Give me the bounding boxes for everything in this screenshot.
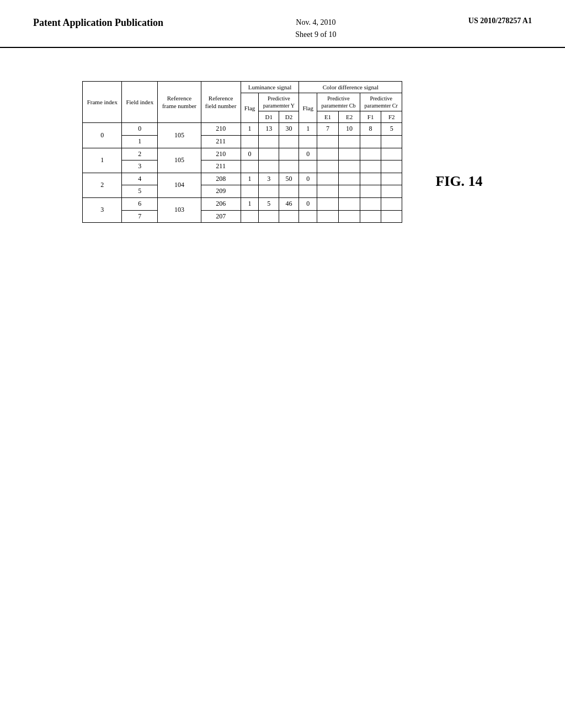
lum-flag-row2: 0 (241, 148, 259, 160)
field-4: 4 (122, 173, 158, 185)
color-flag-row3 (299, 160, 317, 173)
lum-flag-row1 (241, 135, 259, 148)
color-e2-row3 (339, 160, 360, 173)
color-e2-row4 (339, 173, 360, 185)
field-7: 7 (122, 210, 158, 223)
table-row: 1 211 (83, 135, 402, 148)
color-e2-header: E2 (339, 111, 360, 123)
lum-d2-row5 (279, 185, 299, 198)
color-f2-header: F2 (381, 111, 402, 123)
lum-flag-row5 (241, 185, 259, 198)
lum-d1-row2 (259, 148, 279, 160)
table-row: 7 207 (83, 210, 402, 223)
lum-d1-row6: 5 (259, 197, 279, 210)
lum-d2-row7 (279, 210, 299, 223)
color-f1-row4 (360, 173, 381, 185)
lum-d2-row2 (279, 148, 299, 160)
table-row: 5 209 (83, 185, 402, 198)
color-cb-header: Predictiveparamemter Cb (317, 93, 360, 111)
color-e2-row7 (339, 210, 360, 223)
lum-d1-row1 (259, 135, 279, 148)
ref-field-209: 209 (201, 185, 241, 198)
color-f2-row0: 5 (381, 123, 402, 136)
table-row: 3 211 (83, 160, 402, 173)
lum-d2-header: D2 (279, 111, 299, 123)
luminance-signal-header: Luminance signal (241, 81, 299, 93)
frame-3: 3 (83, 197, 122, 222)
color-e1-row6 (317, 197, 339, 210)
color-e1-row5 (317, 185, 339, 198)
frame-0: 0 (83, 123, 122, 148)
color-f1-row1 (360, 135, 381, 148)
color-flag-row7 (299, 210, 317, 223)
color-e2-row5 (339, 185, 360, 198)
frame-1: 1 (83, 148, 122, 173)
color-flag-row0: 1 (299, 123, 317, 136)
color-flag-row1 (299, 135, 317, 148)
color-e1-row1 (317, 135, 339, 148)
header-date: Nov. 4, 2010 (295, 17, 336, 29)
color-e1-row3 (317, 160, 339, 173)
color-flag-header: Flag (299, 93, 317, 123)
lum-flag-row4: 1 (241, 173, 259, 185)
lum-flag-row7 (241, 210, 259, 223)
lum-d1-row5 (259, 185, 279, 198)
ref-field-header: Referencefield number (201, 81, 241, 123)
ref-field-211b: 211 (201, 160, 241, 173)
lum-flag-row3 (241, 160, 259, 173)
lum-d1-row0: 13 (259, 123, 279, 136)
color-f2-row2 (381, 148, 402, 160)
color-e2-row1 (339, 135, 360, 148)
ref-field-206: 206 (201, 197, 241, 210)
color-f2-row3 (381, 160, 402, 173)
frame-index-header: Frame index (83, 81, 122, 123)
lum-d1-row7 (259, 210, 279, 223)
color-f2-row1 (381, 135, 402, 148)
figure-label: FIG. 14 (435, 173, 482, 212)
color-f1-row5 (360, 185, 381, 198)
color-f1-row3 (360, 160, 381, 173)
color-e1-row0: 7 (317, 123, 339, 136)
color-e1-row7 (317, 210, 339, 223)
header-sheet: Sheet 9 of 10 (295, 29, 336, 41)
lum-d2-row6: 46 (279, 197, 299, 210)
lum-d2-row1 (279, 135, 299, 148)
color-f2-row4 (381, 173, 402, 185)
ref-field-207: 207 (201, 210, 241, 223)
color-f2-row7 (381, 210, 402, 223)
ref-field-210: 210 (201, 123, 241, 136)
table-row: 2 4 104 208 1 3 50 0 (83, 173, 402, 185)
color-flag-row6: 0 (299, 197, 317, 210)
patent-number: US 2010/278257 A1 (468, 17, 532, 25)
color-f2-row5 (381, 185, 402, 198)
header-date-sheet: Nov. 4, 2010 Sheet 9 of 10 (295, 17, 336, 41)
color-flag-row5 (299, 185, 317, 198)
ref-field-210b: 210 (201, 148, 241, 160)
lum-flag-row6: 1 (241, 197, 259, 210)
color-e2-row2 (339, 148, 360, 160)
color-e2-row6 (339, 197, 360, 210)
ref-frame-103: 103 (158, 197, 201, 222)
field-1: 1 (122, 135, 158, 148)
color-f1-row7 (360, 210, 381, 223)
main-content: Frame index Field index Referenceframe n… (0, 59, 565, 245)
color-f2-row6 (381, 197, 402, 210)
field-5: 5 (122, 185, 158, 198)
color-e1-row4 (317, 173, 339, 185)
publication-title: Patent Application Publication (33, 17, 163, 29)
ref-frame-104: 104 (158, 173, 201, 197)
ref-field-211: 211 (201, 135, 241, 148)
color-cr-header: Predictiveparamemter Cr (360, 93, 402, 111)
ref-field-208: 208 (201, 173, 241, 185)
lum-predictive-header: Predictiveparamemter Y (259, 93, 299, 111)
color-diff-signal-header: Color difference signal (299, 81, 402, 93)
lum-d2-row4: 50 (279, 173, 299, 185)
field-0: 0 (122, 123, 158, 136)
color-e1-row2 (317, 148, 339, 160)
table-container: Frame index Field index Referenceframe n… (82, 81, 402, 223)
color-f1-row0: 8 (360, 123, 381, 136)
lum-d1-header: D1 (259, 111, 279, 123)
color-flag-row4: 0 (299, 173, 317, 185)
lum-d1-row4: 3 (259, 173, 279, 185)
field-index-header: Field index (122, 81, 158, 123)
